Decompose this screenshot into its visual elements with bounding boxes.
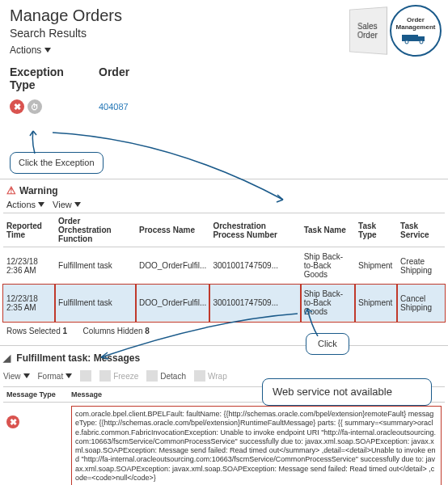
message-row[interactable]: ✖ com.oracle.bpel.client.BPELFault: faul… <box>3 403 445 486</box>
freeze-button[interactable]: Freeze <box>99 370 138 382</box>
messages-format-menu[interactable]: Format <box>38 372 73 381</box>
th-reported-time[interactable]: Reported Time <box>3 213 55 247</box>
sales-order-card: Sales Order <box>349 6 387 55</box>
wrap-icon <box>194 370 205 382</box>
callout-click-exception: Click the Exception <box>10 152 104 174</box>
order-number-link[interactable]: 404087 <box>99 102 129 112</box>
th-task-service[interactable]: Task Service <box>397 213 445 247</box>
messages-heading[interactable]: ◢ Fulfillment task: Messages <box>3 348 445 369</box>
actions-label: Actions <box>10 44 41 56</box>
th-process-name[interactable]: Process Name <box>136 213 209 247</box>
chevron-down-icon <box>66 373 72 378</box>
table-row-selected[interactable]: 12/23/18 2:35 AM Fulfillment task DOO_Or… <box>3 285 445 322</box>
messages-view-menu[interactable]: View <box>3 372 30 381</box>
chevron-down-icon <box>38 202 44 207</box>
svg-point-2 <box>405 40 408 44</box>
svg-rect-0 <box>402 35 418 41</box>
error-icon: ✖ <box>6 415 19 428</box>
th-orch-function[interactable]: Order Orchestration Function <box>55 213 136 247</box>
warning-actions-menu[interactable]: Actions <box>6 200 44 209</box>
error-icon[interactable]: ✖ <box>10 99 24 114</box>
chevron-down-icon <box>44 48 51 53</box>
callout-click: Click <box>306 333 349 355</box>
chevron-down-icon <box>74 202 81 207</box>
order-management-logo: Order Management <box>390 5 442 57</box>
rows-info: Rows Selected 1 Columns Hidden 8 <box>3 322 445 345</box>
collapse-icon: ◢ <box>3 352 11 364</box>
col-exception-type: Exception Type <box>10 62 82 95</box>
toolbar-icon <box>80 370 91 382</box>
detach-button[interactable]: Detach <box>146 370 186 382</box>
col-order: Order <box>99 62 129 95</box>
chevron-down-icon <box>23 373 30 378</box>
callout-arrow-icon <box>27 129 43 154</box>
clock-warning-icon[interactable]: ⏱ <box>27 99 42 114</box>
warning-view-menu[interactable]: View <box>53 200 81 209</box>
truck-icon <box>402 32 429 44</box>
warning-heading: ⚠ Warning <box>3 183 445 198</box>
th-process-number[interactable]: Orchestration Process Number <box>209 213 300 247</box>
th-task-name[interactable]: Task Name <box>301 213 355 247</box>
detach-icon <box>146 370 158 382</box>
table-row[interactable]: 12/23/18 2:36 AM Fulfillment task DOO_Or… <box>3 247 445 285</box>
svg-point-3 <box>420 40 423 44</box>
actions-menu[interactable]: Actions <box>10 44 51 56</box>
warning-table: Reported Time Order Orchestration Functi… <box>3 213 445 322</box>
th-message-type[interactable]: Message Type <box>3 387 68 403</box>
warning-icon: ⚠ <box>6 184 16 196</box>
message-text: com.oracle.bpel.client.BPELFault: faultN… <box>71 406 442 485</box>
freeze-icon <box>99 370 111 382</box>
wrap-button[interactable]: Wrap <box>194 370 227 382</box>
th-task-type[interactable]: Task Type <box>355 213 397 247</box>
callout-web-service: Web service not available <box>262 378 432 406</box>
